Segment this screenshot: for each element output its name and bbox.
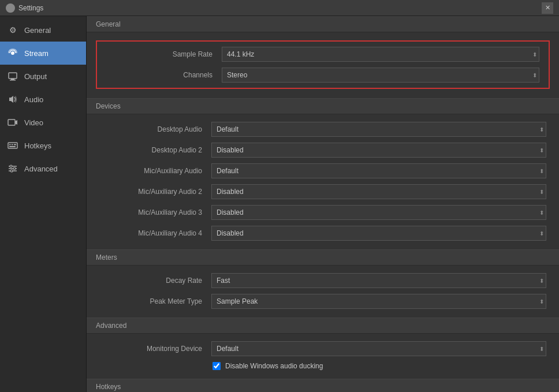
sample-rate-dropdown-wrapper[interactable]: 44.1 kHz 48 kHz [222, 47, 539, 62]
svg-rect-8 [14, 144, 16, 145]
sidebar-item-hotkeys[interactable]: Hotkeys [0, 134, 86, 157]
desktop-audio-dropdown-wrapper[interactable]: Default [211, 122, 546, 137]
sidebar-label-advanced: Advanced [24, 165, 58, 173]
sidebar-label-video: Video [24, 118, 43, 127]
peak-meter-dropdown-wrapper[interactable]: Sample Peak True Peak [211, 294, 546, 309]
mic-aux-2-row: Mic/Auxiliary Audio 2 Disabled [87, 181, 559, 202]
mic-aux-4-dropdown[interactable]: Disabled [211, 226, 546, 241]
sample-rate-control: 44.1 kHz 48 kHz [222, 47, 539, 62]
peak-meter-dropdown[interactable]: Sample Peak True Peak [211, 294, 546, 309]
peak-meter-row: Peak Meter Type Sample Peak True Peak [87, 291, 559, 312]
sidebar-item-stream[interactable]: Stream [0, 42, 86, 65]
sample-rate-dropdown[interactable]: 44.1 kHz 48 kHz [222, 47, 539, 62]
mic-aux-dropdown[interactable]: Default [211, 163, 546, 178]
channels-dropdown-wrapper[interactable]: Stereo Mono [222, 68, 539, 83]
title-bar: Settings ✕ [0, 0, 559, 16]
close-button[interactable]: ✕ [542, 2, 553, 14]
mic-aux-label: Mic/Auxiliary Audio [96, 167, 211, 175]
monitoring-device-label: Monitoring Device [96, 345, 211, 353]
general-highlight-box: Sample Rate 44.1 kHz 48 kHz C [96, 40, 550, 89]
svg-rect-9 [9, 146, 16, 147]
mic-aux-2-dropdown-wrapper[interactable]: Disabled [211, 184, 546, 199]
mic-aux-3-dropdown[interactable]: Disabled [211, 205, 546, 220]
desktop-audio-2-label: Desktop Audio 2 [96, 146, 211, 154]
sidebar-item-advanced[interactable]: Advanced [0, 157, 86, 180]
app-body: ⚙ General Stream [0, 16, 559, 392]
svg-rect-7 [12, 144, 13, 145]
sidebar-item-audio[interactable]: Audio [0, 88, 86, 111]
desktop-audio-control: Default [211, 122, 550, 137]
advanced-settings-section: Advanced Monitoring Device Default [87, 318, 559, 378]
main-content: General Sample Rate 44.1 kHz 48 kHz [87, 16, 559, 392]
hotkeys-icon [7, 140, 18, 151]
decay-rate-dropdown-wrapper[interactable]: Fast Medium Slow [211, 273, 546, 288]
mic-aux-2-control: Disabled [211, 184, 550, 199]
channels-control: Stereo Mono [222, 68, 539, 83]
audio-ducking-label[interactable]: Disable Windows audio ducking [225, 362, 323, 370]
mic-aux-4-label: Mic/Auxiliary Audio 4 [96, 229, 211, 237]
audio-ducking-checkbox[interactable] [213, 362, 221, 370]
sidebar: ⚙ General Stream [0, 16, 87, 392]
gear-icon: ⚙ [7, 24, 18, 36]
mic-aux-4-row: Mic/Auxiliary Audio 4 Disabled [87, 223, 559, 244]
advanced-icon [7, 163, 18, 174]
sidebar-item-output[interactable]: Output [0, 65, 86, 88]
meters-section-header: Meters [87, 249, 559, 266]
mic-aux-3-label: Mic/Auxiliary Audio 3 [96, 208, 211, 216]
sample-rate-label: Sample Rate [106, 50, 222, 58]
monitoring-device-dropdown[interactable]: Default [211, 341, 546, 356]
hotkeys-section: Hotkeys 麦克风/Aux Enable Push-to-mute Push… [87, 379, 559, 392]
advanced-section-header: Advanced [87, 318, 559, 334]
sidebar-label-general: General [24, 26, 51, 35]
svg-rect-6 [9, 144, 11, 145]
svg-rect-2 [11, 79, 14, 80]
sidebar-label-stream: Stream [24, 49, 49, 58]
meters-section-body: Decay Rate Fast Medium Slow Peak Meter T… [87, 266, 559, 316]
output-icon [7, 70, 18, 82]
decay-rate-row: Decay Rate Fast Medium Slow [87, 270, 559, 291]
sidebar-label-audio: Audio [24, 95, 43, 104]
decay-rate-dropdown[interactable]: Fast Medium Slow [211, 273, 546, 288]
svg-point-14 [13, 167, 16, 170]
mic-aux-2-dropdown[interactable]: Disabled [211, 184, 546, 199]
mic-aux-4-dropdown-wrapper[interactable]: Disabled [211, 226, 546, 241]
desktop-audio-2-row: Desktop Audio 2 Disabled [87, 140, 559, 160]
devices-section-header: Devices [87, 98, 559, 114]
peak-meter-label: Peak Meter Type [96, 297, 211, 305]
svg-rect-5 [8, 143, 17, 148]
svg-point-13 [10, 165, 12, 167]
advanced-section-body: Monitoring Device Default Disable Window… [87, 334, 559, 378]
mic-aux-row: Mic/Auxiliary Audio Default [87, 160, 559, 181]
sidebar-item-video[interactable]: Video [0, 111, 86, 134]
title-bar-title: Settings [18, 4, 43, 12]
sample-rate-row: Sample Rate 44.1 kHz 48 kHz [97, 44, 549, 65]
sidebar-item-general[interactable]: ⚙ General [0, 18, 86, 42]
svg-rect-4 [8, 120, 15, 125]
monitoring-device-dropdown-wrapper[interactable]: Default [211, 341, 546, 356]
general-section: General Sample Rate 44.1 kHz 48 kHz [87, 16, 559, 97]
audio-ducking-row: Disable Windows audio ducking [87, 359, 559, 373]
mic-aux-dropdown-wrapper[interactable]: Default [211, 163, 546, 178]
channels-dropdown[interactable]: Stereo Mono [222, 68, 539, 83]
mic-aux-4-control: Disabled [211, 226, 550, 241]
desktop-audio-2-dropdown[interactable]: Disabled [211, 143, 546, 158]
desktop-audio-row: Desktop Audio Default [87, 119, 559, 140]
svg-point-15 [10, 170, 13, 172]
devices-section-body: Desktop Audio Default Desktop Audio 2 [87, 114, 559, 248]
decay-rate-label: Decay Rate [96, 277, 211, 285]
channels-label: Channels [106, 71, 222, 79]
meters-section: Meters Decay Rate Fast Medium Slow [87, 249, 559, 316]
svg-rect-3 [10, 80, 16, 81]
desktop-audio-2-dropdown-wrapper[interactable]: Disabled [211, 143, 546, 158]
desktop-audio-2-control: Disabled [211, 143, 550, 158]
mic-aux-3-dropdown-wrapper[interactable]: Disabled [211, 205, 546, 220]
general-section-body: Sample Rate 44.1 kHz 48 kHz C [87, 32, 559, 97]
mic-aux-2-label: Mic/Auxiliary Audio 2 [96, 188, 211, 196]
monitoring-device-control: Default [211, 341, 550, 356]
stream-icon [7, 47, 18, 59]
mic-aux-3-control: Disabled [211, 205, 550, 220]
video-icon [7, 117, 18, 128]
desktop-audio-dropdown[interactable]: Default [211, 122, 546, 137]
title-bar-icon [6, 3, 15, 13]
sidebar-label-output: Output [24, 72, 47, 81]
